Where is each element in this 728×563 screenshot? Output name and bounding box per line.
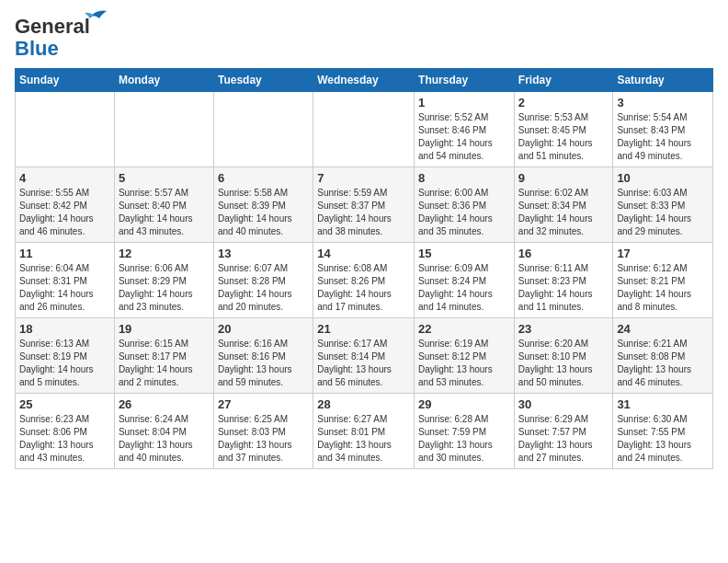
day-info: Sunrise: 5:59 AM Sunset: 8:37 PM Dayligh…	[317, 187, 410, 238]
calendar-header: SundayMondayTuesdayWednesdayThursdayFrid…	[16, 69, 713, 92]
calendar-cell: 4Sunrise: 5:55 AM Sunset: 8:42 PM Daylig…	[16, 167, 115, 243]
calendar-cell: 24Sunrise: 6:21 AM Sunset: 8:08 PM Dayli…	[613, 318, 713, 394]
calendar-cell: 23Sunrise: 6:20 AM Sunset: 8:10 PM Dayli…	[514, 318, 613, 394]
calendar-cell: 20Sunrise: 6:16 AM Sunset: 8:16 PM Dayli…	[213, 318, 313, 394]
calendar-cell: 22Sunrise: 6:19 AM Sunset: 8:12 PM Dayli…	[415, 318, 515, 394]
calendar-cell: 3Sunrise: 5:54 AM Sunset: 8:43 PM Daylig…	[613, 92, 713, 167]
day-number: 16	[518, 247, 609, 260]
day-number: 28	[317, 397, 410, 411]
day-info: Sunrise: 6:12 AM Sunset: 8:21 PM Dayligh…	[617, 262, 709, 314]
calendar-cell: 17Sunrise: 6:12 AM Sunset: 8:21 PM Dayli…	[613, 243, 713, 318]
day-info: Sunrise: 6:06 AM Sunset: 8:29 PM Dayligh…	[119, 262, 210, 314]
day-number: 5	[119, 171, 210, 185]
day-number: 26	[119, 397, 210, 411]
calendar-cell: 5Sunrise: 5:57 AM Sunset: 8:40 PM Daylig…	[114, 167, 213, 243]
day-number: 1	[418, 96, 510, 109]
day-of-week-header: Wednesday	[313, 69, 415, 92]
calendar-cell: 14Sunrise: 6:08 AM Sunset: 8:26 PM Dayli…	[313, 243, 415, 318]
calendar-cell: 6Sunrise: 5:58 AM Sunset: 8:39 PM Daylig…	[213, 167, 313, 243]
day-info: Sunrise: 6:08 AM Sunset: 8:26 PM Dayligh…	[317, 262, 410, 314]
day-info: Sunrise: 6:21 AM Sunset: 8:08 PM Dayligh…	[617, 338, 709, 389]
day-info: Sunrise: 6:20 AM Sunset: 8:10 PM Dayligh…	[518, 338, 609, 389]
calendar-cell: 2Sunrise: 5:53 AM Sunset: 8:45 PM Daylig…	[514, 92, 613, 167]
day-of-week-header: Friday	[514, 69, 613, 92]
calendar-week-row: 25Sunrise: 6:23 AM Sunset: 8:06 PM Dayli…	[16, 394, 713, 469]
day-info: Sunrise: 6:13 AM Sunset: 8:19 PM Dayligh…	[19, 338, 110, 389]
day-number: 30	[518, 397, 609, 411]
logo-general: General	[15, 15, 90, 38]
day-number: 7	[317, 171, 410, 185]
calendar-cell	[114, 92, 213, 167]
calendar-cell	[313, 92, 415, 167]
calendar-cell: 18Sunrise: 6:13 AM Sunset: 8:19 PM Dayli…	[16, 318, 115, 394]
day-info: Sunrise: 6:09 AM Sunset: 8:24 PM Dayligh…	[418, 262, 510, 314]
calendar-week-row: 4Sunrise: 5:55 AM Sunset: 8:42 PM Daylig…	[16, 167, 713, 243]
day-number: 19	[119, 322, 210, 336]
calendar-cell: 8Sunrise: 6:00 AM Sunset: 8:36 PM Daylig…	[415, 167, 515, 243]
day-info: Sunrise: 6:25 AM Sunset: 8:03 PM Dayligh…	[218, 413, 309, 465]
day-info: Sunrise: 5:53 AM Sunset: 8:45 PM Dayligh…	[518, 111, 609, 163]
calendar-table: SundayMondayTuesdayWednesdayThursdayFrid…	[15, 68, 713, 469]
day-of-week-header: Tuesday	[213, 69, 313, 92]
day-number: 22	[418, 322, 510, 336]
day-number: 15	[418, 247, 510, 260]
day-info: Sunrise: 6:30 AM Sunset: 7:55 PM Dayligh…	[617, 413, 709, 465]
day-number: 3	[617, 96, 709, 109]
calendar-cell: 29Sunrise: 6:28 AM Sunset: 7:59 PM Dayli…	[415, 394, 515, 469]
day-number: 27	[218, 397, 309, 411]
day-info: Sunrise: 6:17 AM Sunset: 8:14 PM Dayligh…	[317, 338, 410, 389]
logo-blue: Blue	[15, 37, 59, 61]
calendar-cell: 25Sunrise: 6:23 AM Sunset: 8:06 PM Dayli…	[16, 394, 115, 469]
calendar-cell: 11Sunrise: 6:04 AM Sunset: 8:31 PM Dayli…	[16, 243, 115, 318]
calendar-cell: 27Sunrise: 6:25 AM Sunset: 8:03 PM Dayli…	[213, 394, 313, 469]
day-info: Sunrise: 5:52 AM Sunset: 8:46 PM Dayligh…	[418, 111, 510, 163]
day-info: Sunrise: 5:55 AM Sunset: 8:42 PM Dayligh…	[19, 187, 110, 238]
day-info: Sunrise: 6:28 AM Sunset: 7:59 PM Dayligh…	[418, 413, 510, 465]
day-number: 24	[617, 322, 709, 336]
day-info: Sunrise: 6:11 AM Sunset: 8:23 PM Dayligh…	[518, 262, 609, 314]
day-number: 18	[19, 322, 110, 336]
day-number: 23	[518, 322, 609, 336]
day-number: 4	[19, 171, 110, 185]
day-info: Sunrise: 5:54 AM Sunset: 8:43 PM Dayligh…	[617, 111, 709, 163]
page-header: General Blue	[15, 15, 713, 61]
day-number: 21	[317, 322, 410, 336]
day-info: Sunrise: 6:02 AM Sunset: 8:34 PM Dayligh…	[518, 187, 609, 238]
day-of-week-header: Thursday	[415, 69, 515, 92]
day-info: Sunrise: 6:29 AM Sunset: 7:57 PM Dayligh…	[518, 413, 609, 465]
calendar-week-row: 18Sunrise: 6:13 AM Sunset: 8:19 PM Dayli…	[16, 318, 713, 394]
calendar-cell: 16Sunrise: 6:11 AM Sunset: 8:23 PM Dayli…	[514, 243, 613, 318]
day-number: 20	[218, 322, 309, 336]
day-number: 11	[19, 247, 110, 260]
day-info: Sunrise: 6:27 AM Sunset: 8:01 PM Dayligh…	[317, 413, 410, 465]
day-number: 6	[218, 171, 309, 185]
day-of-week-header: Monday	[114, 69, 213, 92]
day-info: Sunrise: 6:03 AM Sunset: 8:33 PM Dayligh…	[617, 187, 709, 238]
day-number: 31	[617, 397, 709, 411]
calendar-cell: 28Sunrise: 6:27 AM Sunset: 8:01 PM Dayli…	[313, 394, 415, 469]
day-info: Sunrise: 6:04 AM Sunset: 8:31 PM Dayligh…	[19, 262, 110, 314]
day-number: 29	[418, 397, 510, 411]
day-info: Sunrise: 6:16 AM Sunset: 8:16 PM Dayligh…	[218, 338, 309, 389]
day-info: Sunrise: 6:07 AM Sunset: 8:28 PM Dayligh…	[218, 262, 309, 314]
day-info: Sunrise: 6:00 AM Sunset: 8:36 PM Dayligh…	[418, 187, 510, 238]
day-number: 25	[19, 397, 110, 411]
day-info: Sunrise: 6:24 AM Sunset: 8:04 PM Dayligh…	[119, 413, 210, 465]
calendar-cell: 15Sunrise: 6:09 AM Sunset: 8:24 PM Dayli…	[415, 243, 515, 318]
day-info: Sunrise: 6:23 AM Sunset: 8:06 PM Dayligh…	[19, 413, 110, 465]
day-number: 12	[119, 247, 210, 260]
day-number: 14	[317, 247, 410, 260]
day-number: 10	[617, 171, 709, 185]
day-of-week-header: Saturday	[613, 69, 713, 92]
calendar-week-row: 1Sunrise: 5:52 AM Sunset: 8:46 PM Daylig…	[16, 92, 713, 167]
calendar-cell: 19Sunrise: 6:15 AM Sunset: 8:17 PM Dayli…	[114, 318, 213, 394]
calendar-cell: 7Sunrise: 5:59 AM Sunset: 8:37 PM Daylig…	[313, 167, 415, 243]
calendar-cell: 13Sunrise: 6:07 AM Sunset: 8:28 PM Dayli…	[213, 243, 313, 318]
day-of-week-header: Sunday	[16, 69, 115, 92]
logo: General Blue	[15, 15, 90, 61]
calendar-cell: 9Sunrise: 6:02 AM Sunset: 8:34 PM Daylig…	[514, 167, 613, 243]
calendar-cell: 31Sunrise: 6:30 AM Sunset: 7:55 PM Dayli…	[613, 394, 713, 469]
day-number: 8	[418, 171, 510, 185]
calendar-week-row: 11Sunrise: 6:04 AM Sunset: 8:31 PM Dayli…	[16, 243, 713, 318]
day-number: 2	[518, 96, 609, 109]
